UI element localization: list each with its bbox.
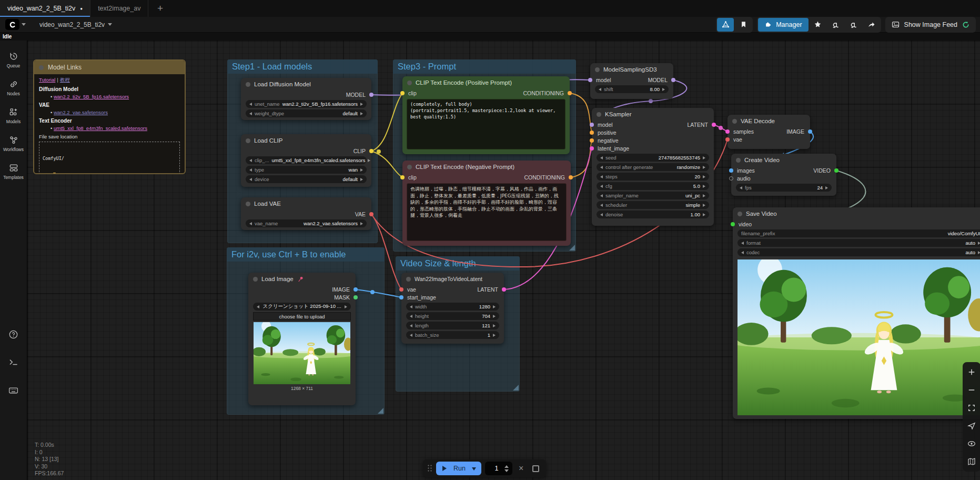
widget-steps[interactable]: steps20 bbox=[597, 173, 709, 181]
input-port-negative[interactable] bbox=[590, 138, 594, 143]
input-port-clip[interactable] bbox=[400, 91, 405, 95]
vae-download-link[interactable]: wan2.2_vae.safetensors bbox=[54, 109, 108, 115]
drag-handle[interactable] bbox=[427, 464, 432, 473]
choose-file-button[interactable]: choose file to upload bbox=[253, 312, 351, 321]
batch-count-steppers[interactable] bbox=[504, 463, 509, 474]
widget-seed[interactable]: seed274785682553745 bbox=[597, 154, 709, 162]
collapse-dot[interactable] bbox=[246, 202, 250, 206]
input-port-model[interactable] bbox=[588, 78, 592, 82]
group-resize-handle[interactable] bbox=[513, 385, 519, 391]
note-node-model-links[interactable]: Model Links Tutorial|教程 Diffusion Model … bbox=[33, 59, 186, 174]
workflow-tab-inactive[interactable]: text2image_av bbox=[90, 0, 148, 17]
share-button[interactable] bbox=[863, 18, 880, 32]
text-encoder-download-link[interactable]: umt5_xxl_fp8_e4m3fn_scaled.safetensors bbox=[54, 125, 147, 131]
collapse-dot[interactable] bbox=[407, 81, 412, 85]
node-clip-text-encode-negative[interactable]: CLIP Text Encode (Negative Prompt) clipC… bbox=[402, 161, 571, 246]
minimap-button[interactable] bbox=[964, 454, 979, 469]
terminal-button[interactable] bbox=[8, 357, 19, 368]
widget-length[interactable]: length121 bbox=[406, 322, 499, 329]
comfyui-logo-menu[interactable] bbox=[5, 19, 26, 30]
batch-count-input[interactable]: 1 bbox=[485, 462, 512, 475]
negative-prompt-textarea[interactable]: 色调艳丽，过曝，静态，细节模糊不清，字幕，风格，作品，画作，画面，静止，整体发灰… bbox=[407, 183, 567, 241]
widget-scheduler[interactable]: schedulersimple bbox=[597, 201, 709, 209]
widget-clip-name[interactable]: clip_...umt5_xxl_fp8_e4m3fn_scaled.safet… bbox=[246, 156, 367, 164]
output-port-vae[interactable] bbox=[369, 212, 373, 216]
positive-prompt-textarea[interactable]: (completely, full body) (portrait,portra… bbox=[407, 99, 565, 149]
workflow-name-menu[interactable]: video_wan2_2_5B_ti2v bbox=[39, 21, 112, 28]
collapse-dot[interactable] bbox=[39, 65, 44, 70]
cancel-button[interactable]: × bbox=[516, 464, 526, 473]
tutorial-link[interactable]: Tutorial bbox=[39, 77, 55, 83]
collapse-dot[interactable] bbox=[595, 67, 600, 72]
sidebar-item-queue[interactable]: Queue bbox=[0, 51, 27, 68]
output-port-image[interactable] bbox=[353, 287, 358, 292]
sidebar-item-models[interactable]: Models bbox=[0, 107, 27, 124]
input-port-vae[interactable] bbox=[725, 137, 730, 142]
output-port-mask[interactable] bbox=[353, 295, 358, 299]
widget-codec[interactable]: codecauto bbox=[737, 248, 980, 256]
group-resize-handle[interactable] bbox=[378, 408, 383, 414]
sidebar-item-workflows[interactable]: Workflows bbox=[0, 135, 27, 152]
zoom-out-button[interactable] bbox=[964, 383, 979, 397]
node-graph-canvas[interactable]: Step1 - Load models Step3 - Prompt For i… bbox=[27, 41, 980, 480]
output-port-conditioning[interactable] bbox=[568, 91, 572, 95]
widget-unet-name[interactable]: unet_namewan2.2_ti2v_5B_fp16.safetensors bbox=[246, 100, 367, 108]
node-clip-text-encode-positive[interactable]: CLIP Text Encode (Positive Prompt) clipC… bbox=[402, 76, 570, 154]
favorites-star-button[interactable] bbox=[810, 18, 826, 32]
output-port-image[interactable] bbox=[808, 129, 812, 134]
widget-type[interactable]: typewan bbox=[246, 166, 367, 174]
output-port-latent[interactable] bbox=[712, 123, 716, 127]
input-port-samples[interactable] bbox=[725, 129, 730, 134]
widget-control-after-generate[interactable]: control after generaterandomize bbox=[597, 163, 709, 171]
input-port-video[interactable] bbox=[731, 222, 735, 226]
manager-button[interactable]: Manager bbox=[758, 18, 808, 32]
collapse-dot[interactable] bbox=[406, 277, 411, 282]
collapse-dot[interactable] bbox=[736, 158, 741, 163]
collapse-dot[interactable] bbox=[407, 165, 412, 169]
output-port-clip[interactable] bbox=[369, 149, 373, 153]
run-button[interactable]: Run bbox=[436, 462, 481, 475]
output-port-video[interactable] bbox=[834, 168, 838, 173]
graph-view-button[interactable] bbox=[717, 18, 734, 32]
custom-extension-button-2[interactable] bbox=[845, 18, 862, 32]
input-port-clip[interactable] bbox=[400, 175, 405, 179]
shortcuts-keyboard-button[interactable] bbox=[8, 385, 19, 396]
input-port-images[interactable] bbox=[729, 168, 733, 173]
collapse-dot[interactable] bbox=[732, 119, 737, 124]
new-tab-button[interactable]: + bbox=[148, 0, 171, 17]
widget-denoise[interactable]: denoise1.00 bbox=[597, 211, 709, 218]
group-resize-handle[interactable] bbox=[569, 245, 575, 251]
widget-vae-name[interactable]: vae_namewan2.2_vae.safetensors bbox=[246, 219, 367, 227]
input-port-model[interactable] bbox=[590, 123, 594, 127]
output-port-latent[interactable] bbox=[502, 287, 506, 292]
node-create-video[interactable]: Create Video imagesVIDEO audio fps24 bbox=[731, 154, 836, 196]
bookmark-button[interactable] bbox=[735, 18, 752, 32]
node-vae-decode[interactable]: VAE Decode samplesIMAGE vae bbox=[728, 115, 810, 149]
input-port-vae[interactable] bbox=[399, 287, 403, 292]
sidebar-item-nodes[interactable]: Nodes bbox=[0, 79, 27, 96]
node-wan22-image-to-video-latent[interactable]: Wan22ImageToVideoLatent vaeLATENT start_… bbox=[401, 273, 504, 344]
widget-format[interactable]: formatauto bbox=[737, 239, 980, 247]
widget-shift[interactable]: shift8.00 bbox=[595, 85, 669, 93]
widget-width[interactable]: width1280 bbox=[406, 303, 499, 311]
help-button[interactable] bbox=[8, 329, 19, 340]
zoom-in-button[interactable] bbox=[964, 365, 979, 379]
widget-batch-size[interactable]: batch_size1 bbox=[406, 331, 499, 339]
fit-view-button[interactable] bbox=[964, 401, 979, 415]
workflow-tab-active[interactable]: video_wan2_2_5B_ti2v ● bbox=[0, 0, 90, 17]
stop-button[interactable] bbox=[532, 465, 539, 472]
output-port-conditioning[interactable] bbox=[569, 175, 573, 179]
output-port-model[interactable] bbox=[671, 78, 675, 82]
node-model-sampling-sd3[interactable]: ModelSamplingSD3 modelMODEL shift8.00 bbox=[590, 63, 673, 99]
node-load-vae[interactable]: Load VAE VAE vae_namewan2.2_vae.safetens… bbox=[241, 197, 371, 230]
node-load-diffusion-model[interactable]: Load Diffusion Model MODEL unet_namewan2… bbox=[241, 78, 371, 120]
collapse-dot[interactable] bbox=[253, 277, 258, 282]
custom-extension-button-1[interactable] bbox=[827, 18, 844, 32]
widget-filename-prefix[interactable]: filename_prefixvideo/ComfyUI bbox=[737, 229, 980, 237]
select-mode-button[interactable] bbox=[964, 418, 979, 433]
run-options-chevron-icon[interactable] bbox=[472, 467, 476, 473]
sidebar-item-templates[interactable]: Templates bbox=[0, 163, 27, 180]
toggle-link-visibility-button[interactable] bbox=[964, 436, 979, 451]
output-port-model[interactable] bbox=[369, 93, 373, 97]
collapse-dot[interactable] bbox=[246, 82, 250, 87]
